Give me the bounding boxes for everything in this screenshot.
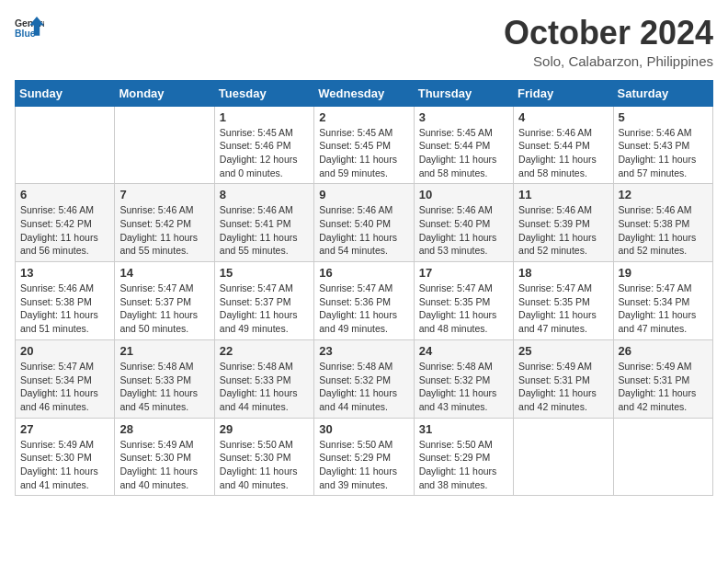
day-info: Sunrise: 5:48 AM Sunset: 5:32 PM Dayligh… — [419, 360, 508, 414]
calendar-cell: 8Sunrise: 5:46 AM Sunset: 5:41 PM Daylig… — [214, 184, 313, 262]
day-number: 6 — [20, 188, 109, 201]
calendar-cell: 16Sunrise: 5:47 AM Sunset: 5:36 PM Dayli… — [314, 262, 414, 340]
weekday-thursday: Thursday — [414, 80, 513, 106]
calendar-cell: 13Sunrise: 5:46 AM Sunset: 5:38 PM Dayli… — [16, 262, 115, 340]
day-number: 7 — [119, 188, 209, 201]
calendar-cell: 2Sunrise: 5:45 AM Sunset: 5:45 PM Daylig… — [314, 106, 414, 184]
day-info: Sunrise: 5:46 AM Sunset: 5:38 PM Dayligh… — [619, 203, 708, 258]
day-info: Sunrise: 5:47 AM Sunset: 5:36 PM Dayligh… — [319, 282, 408, 336]
calendar-cell — [514, 418, 613, 496]
day-number: 24 — [419, 344, 508, 358]
weekday-monday: Monday — [115, 80, 214, 106]
day-info: Sunrise: 5:50 AM Sunset: 5:30 PM Dayligh… — [220, 438, 309, 492]
calendar-cell: 23Sunrise: 5:48 AM Sunset: 5:32 PM Dayli… — [314, 339, 414, 418]
week-row-3: 13Sunrise: 5:46 AM Sunset: 5:38 PM Dayli… — [16, 262, 713, 340]
day-info: Sunrise: 5:47 AM Sunset: 5:35 PM Dayligh… — [419, 282, 508, 336]
calendar-cell: 4Sunrise: 5:46 AM Sunset: 5:44 PM Daylig… — [514, 106, 613, 184]
calendar-cell: 12Sunrise: 5:46 AM Sunset: 5:38 PM Dayli… — [613, 184, 712, 262]
day-info: Sunrise: 5:47 AM Sunset: 5:37 PM Dayligh… — [119, 282, 209, 336]
day-number: 10 — [419, 188, 508, 201]
day-info: Sunrise: 5:47 AM Sunset: 5:34 PM Dayligh… — [20, 360, 109, 414]
day-info: Sunrise: 5:49 AM Sunset: 5:31 PM Dayligh… — [619, 360, 708, 414]
day-number: 3 — [419, 110, 508, 124]
day-info: Sunrise: 5:48 AM Sunset: 5:33 PM Dayligh… — [119, 360, 209, 414]
calendar-cell — [115, 106, 214, 184]
day-number: 1 — [220, 110, 309, 124]
calendar-cell: 15Sunrise: 5:47 AM Sunset: 5:37 PM Dayli… — [214, 262, 313, 340]
calendar-cell: 20Sunrise: 5:47 AM Sunset: 5:34 PM Dayli… — [16, 339, 115, 418]
calendar-cell: 30Sunrise: 5:50 AM Sunset: 5:29 PM Dayli… — [314, 418, 414, 496]
day-number: 22 — [220, 344, 309, 358]
calendar-cell: 1Sunrise: 5:45 AM Sunset: 5:46 PM Daylig… — [214, 106, 313, 184]
day-number: 27 — [20, 422, 109, 436]
weekday-tuesday: Tuesday — [214, 80, 313, 106]
day-info: Sunrise: 5:48 AM Sunset: 5:33 PM Dayligh… — [220, 360, 309, 414]
day-info: Sunrise: 5:46 AM Sunset: 5:42 PM Dayligh… — [20, 203, 109, 258]
week-row-4: 20Sunrise: 5:47 AM Sunset: 5:34 PM Dayli… — [16, 339, 713, 418]
day-info: Sunrise: 5:46 AM Sunset: 5:39 PM Dayligh… — [518, 203, 608, 258]
weekday-header-row: SundayMondayTuesdayWednesdayThursdayFrid… — [16, 80, 713, 106]
day-number: 30 — [319, 422, 408, 436]
day-info: Sunrise: 5:50 AM Sunset: 5:29 PM Dayligh… — [319, 438, 408, 492]
page-header: General Blue October 2024 Solo, Calabarz… — [15, 15, 713, 69]
calendar-cell — [613, 418, 712, 496]
day-info: Sunrise: 5:49 AM Sunset: 5:31 PM Dayligh… — [518, 360, 608, 414]
calendar-cell: 10Sunrise: 5:46 AM Sunset: 5:40 PM Dayli… — [414, 184, 513, 262]
day-number: 31 — [419, 422, 508, 436]
weekday-wednesday: Wednesday — [314, 80, 414, 106]
day-number: 15 — [220, 266, 309, 280]
calendar-cell — [16, 106, 115, 184]
location: Solo, Calabarzon, Philippines — [504, 53, 713, 69]
day-info: Sunrise: 5:49 AM Sunset: 5:30 PM Dayligh… — [119, 438, 209, 492]
day-info: Sunrise: 5:46 AM Sunset: 5:44 PM Dayligh… — [518, 126, 608, 180]
day-number: 5 — [619, 110, 708, 124]
calendar-cell: 31Sunrise: 5:50 AM Sunset: 5:29 PM Dayli… — [414, 418, 513, 496]
day-number: 17 — [419, 266, 508, 280]
calendar-cell: 29Sunrise: 5:50 AM Sunset: 5:30 PM Dayli… — [214, 418, 313, 496]
day-info: Sunrise: 5:50 AM Sunset: 5:29 PM Dayligh… — [419, 438, 508, 492]
weekday-friday: Friday — [514, 80, 613, 106]
day-info: Sunrise: 5:49 AM Sunset: 5:30 PM Dayligh… — [20, 438, 109, 492]
day-number: 29 — [220, 422, 309, 436]
day-info: Sunrise: 5:47 AM Sunset: 5:34 PM Dayligh… — [619, 282, 708, 336]
calendar-table: SundayMondayTuesdayWednesdayThursdayFrid… — [15, 80, 713, 497]
day-info: Sunrise: 5:47 AM Sunset: 5:35 PM Dayligh… — [518, 282, 608, 336]
day-number: 12 — [619, 188, 708, 201]
day-number: 11 — [518, 188, 608, 201]
calendar-cell: 19Sunrise: 5:47 AM Sunset: 5:34 PM Dayli… — [613, 262, 712, 340]
logo: General Blue — [15, 15, 44, 40]
day-number: 16 — [319, 266, 408, 280]
day-info: Sunrise: 5:46 AM Sunset: 5:38 PM Dayligh… — [20, 282, 109, 336]
calendar-cell: 6Sunrise: 5:46 AM Sunset: 5:42 PM Daylig… — [16, 184, 115, 262]
week-row-5: 27Sunrise: 5:49 AM Sunset: 5:30 PM Dayli… — [16, 418, 713, 496]
calendar-cell: 24Sunrise: 5:48 AM Sunset: 5:32 PM Dayli… — [414, 339, 513, 418]
day-number: 13 — [20, 266, 109, 280]
day-number: 8 — [220, 188, 309, 201]
day-number: 9 — [319, 188, 408, 201]
calendar-cell: 27Sunrise: 5:49 AM Sunset: 5:30 PM Dayli… — [16, 418, 115, 496]
calendar-cell: 9Sunrise: 5:46 AM Sunset: 5:40 PM Daylig… — [314, 184, 414, 262]
day-info: Sunrise: 5:46 AM Sunset: 5:43 PM Dayligh… — [619, 126, 708, 180]
calendar-cell: 18Sunrise: 5:47 AM Sunset: 5:35 PM Dayli… — [514, 262, 613, 340]
weekday-sunday: Sunday — [16, 80, 115, 106]
day-info: Sunrise: 5:45 AM Sunset: 5:45 PM Dayligh… — [319, 126, 408, 180]
day-info: Sunrise: 5:46 AM Sunset: 5:41 PM Dayligh… — [220, 203, 309, 258]
day-number: 4 — [518, 110, 608, 124]
day-number: 14 — [119, 266, 209, 280]
day-number: 21 — [119, 344, 209, 358]
week-row-2: 6Sunrise: 5:46 AM Sunset: 5:42 PM Daylig… — [16, 184, 713, 262]
day-number: 26 — [619, 344, 708, 358]
calendar-cell: 7Sunrise: 5:46 AM Sunset: 5:42 PM Daylig… — [115, 184, 214, 262]
day-info: Sunrise: 5:46 AM Sunset: 5:42 PM Dayligh… — [119, 203, 209, 258]
calendar-cell: 22Sunrise: 5:48 AM Sunset: 5:33 PM Dayli… — [214, 339, 313, 418]
day-number: 23 — [319, 344, 408, 358]
day-number: 2 — [319, 110, 408, 124]
calendar-cell: 17Sunrise: 5:47 AM Sunset: 5:35 PM Dayli… — [414, 262, 513, 340]
calendar-cell: 11Sunrise: 5:46 AM Sunset: 5:39 PM Dayli… — [514, 184, 613, 262]
week-row-1: 1Sunrise: 5:45 AM Sunset: 5:46 PM Daylig… — [16, 106, 713, 184]
day-number: 20 — [20, 344, 109, 358]
svg-text:Blue: Blue — [15, 29, 36, 39]
day-number: 25 — [518, 344, 608, 358]
calendar-cell: 3Sunrise: 5:45 AM Sunset: 5:44 PM Daylig… — [414, 106, 513, 184]
calendar-cell: 28Sunrise: 5:49 AM Sunset: 5:30 PM Dayli… — [115, 418, 214, 496]
